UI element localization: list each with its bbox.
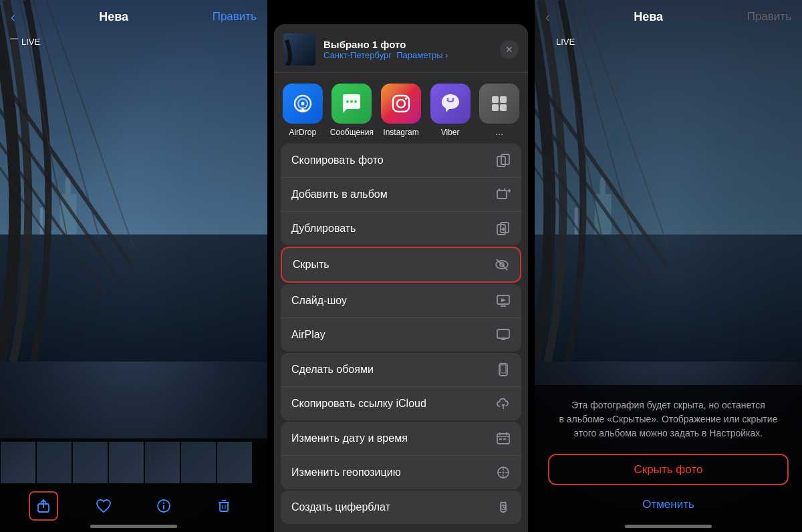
svg-rect-39 xyxy=(500,104,507,111)
right-back-button[interactable]: ‹ xyxy=(545,9,550,25)
svg-point-32 xyxy=(397,100,405,108)
right-title: Нева xyxy=(634,10,663,24)
location-label: Изменить геопозицию xyxy=(291,467,401,479)
action-buttons-row xyxy=(0,487,267,525)
left-top-bar: ‹ Нева Править xyxy=(0,0,267,33)
svg-point-33 xyxy=(405,98,408,100)
app-airdrop[interactable]: AirDrop xyxy=(281,84,325,137)
menu-group-3: Сделать обоями Скопировать ссылку iCloud xyxy=(281,353,521,420)
app-more[interactable]: … xyxy=(477,84,521,137)
icloud-link-item[interactable]: Скопировать ссылку iCloud xyxy=(281,386,521,420)
duplicate-label: Дублировать xyxy=(291,223,356,235)
svg-rect-37 xyxy=(500,96,507,103)
wallpaper-label: Сделать обоями xyxy=(291,364,374,376)
duplicate-item[interactable]: Дублировать xyxy=(281,211,521,245)
watchface-label: Создать циферблат xyxy=(291,501,390,513)
middle-panel: Выбрано 1 фото Санкт-Петербург Параметры… xyxy=(267,0,535,532)
svg-rect-38 xyxy=(492,104,499,111)
live-icon xyxy=(9,37,19,47)
svg-point-28 xyxy=(346,100,349,103)
airplay-icon xyxy=(496,327,511,342)
params-link[interactable]: Параметры › xyxy=(396,50,448,60)
airdrop-symbol xyxy=(291,92,315,116)
left-live-badge: LIVE xyxy=(9,37,40,47)
share-button[interactable] xyxy=(29,491,58,521)
viber-icon xyxy=(430,84,471,124)
thumb-3[interactable] xyxy=(73,442,108,483)
thumb-1[interactable] xyxy=(1,442,35,483)
svg-point-29 xyxy=(350,100,353,103)
sheet-header-text: Выбрано 1 фото Санкт-Петербург Параметры… xyxy=(323,39,492,60)
left-bottom-bar xyxy=(0,438,267,532)
add-album-label: Добавить в альбом xyxy=(291,188,388,201)
app-messages[interactable]: Сообщения xyxy=(330,84,374,137)
left-home-indicator xyxy=(90,525,177,528)
sheet-close-button[interactable]: ✕ xyxy=(500,40,519,59)
left-edit-button[interactable]: Править xyxy=(213,10,257,23)
right-bridge-svg xyxy=(535,0,802,362)
duplicate-icon xyxy=(496,221,511,236)
svg-rect-17 xyxy=(220,503,228,511)
app-instagram[interactable]: Instagram xyxy=(379,84,423,137)
svg-rect-42 xyxy=(497,190,507,198)
icloud-link-label: Скопировать ссылку iCloud xyxy=(291,398,426,410)
copy-photo-item[interactable]: Скопировать фото xyxy=(281,144,521,177)
heart-icon xyxy=(96,499,112,513)
hide-icon xyxy=(495,257,509,272)
share-sheet: Выбрано 1 фото Санкт-Петербург Параметры… xyxy=(274,24,528,532)
slideshow-icon xyxy=(496,293,511,308)
svg-rect-61 xyxy=(501,365,506,373)
svg-line-77 xyxy=(503,507,505,508)
right-panel: ‹ Нева Править LIVE Эта фотография будет… xyxy=(535,0,802,532)
more-icon xyxy=(479,84,519,124)
thumb-7[interactable] xyxy=(217,442,252,483)
svg-marker-56 xyxy=(501,298,506,302)
airdrop-icon xyxy=(283,84,323,124)
sheet-subtitle: Санкт-Петербург Параметры › xyxy=(323,50,492,60)
menu-group-2: Слайд-шоу AirPlay xyxy=(281,284,521,352)
airplay-label: AirPlay xyxy=(291,329,325,341)
hide-item[interactable]: Скрыть xyxy=(281,247,521,283)
icloud-icon xyxy=(496,396,511,411)
wallpaper-item[interactable]: Сделать обоями xyxy=(281,353,521,386)
thumb-2[interactable] xyxy=(37,442,72,483)
location-item[interactable]: Изменить геопозицию xyxy=(281,455,521,489)
svg-rect-67 xyxy=(503,438,506,440)
info-button[interactable] xyxy=(149,491,178,521)
bridge-svg xyxy=(0,0,267,362)
svg-rect-66 xyxy=(499,438,502,440)
wallpaper-icon xyxy=(496,362,511,377)
svg-rect-36 xyxy=(492,96,499,103)
location-icon xyxy=(496,465,511,480)
sheet-thumbnail xyxy=(283,33,315,65)
confirm-cancel-button[interactable]: Отменить xyxy=(548,491,789,519)
instagram-symbol xyxy=(390,92,412,115)
slideshow-item[interactable]: Слайд-шоу xyxy=(281,284,521,317)
thumb-5[interactable] xyxy=(145,442,180,483)
right-edit-button[interactable]: Править xyxy=(747,10,791,23)
confirm-hide-button[interactable]: Скрыть фото xyxy=(548,454,789,485)
svg-point-69 xyxy=(503,472,505,474)
add-album-item[interactable]: Добавить в альбом xyxy=(281,177,521,211)
viber-symbol xyxy=(439,92,462,115)
instagram-icon xyxy=(381,84,421,124)
messages-symbol xyxy=(340,92,363,115)
back-button[interactable]: ‹ xyxy=(11,9,15,25)
datetime-label: Изменить дату и время xyxy=(291,432,408,444)
thumb-6[interactable] xyxy=(181,442,216,483)
thumbnails-row xyxy=(0,438,267,487)
add-album-icon xyxy=(496,187,511,202)
slideshow-label: Слайд-шоу xyxy=(291,295,347,307)
menu-group-4: Изменить дату и время Изменить геопозици… xyxy=(281,422,521,489)
thumb-4[interactable] xyxy=(109,442,144,483)
trash-button[interactable] xyxy=(209,491,239,521)
confirmation-text: Эта фотография будет скрыта, но останетс… xyxy=(559,398,778,440)
app-viber[interactable]: Viber xyxy=(428,84,473,137)
datetime-item[interactable]: Изменить дату и время xyxy=(281,422,521,455)
watchface-item[interactable]: Создать циферблат xyxy=(281,491,521,524)
airplay-item[interactable]: AirPlay xyxy=(281,317,521,352)
menu-group-1: Скопировать фото Добавить в альбом xyxy=(281,144,521,245)
heart-button[interactable] xyxy=(89,491,118,521)
svg-line-78 xyxy=(501,502,502,503)
thumb-preview xyxy=(283,33,315,65)
